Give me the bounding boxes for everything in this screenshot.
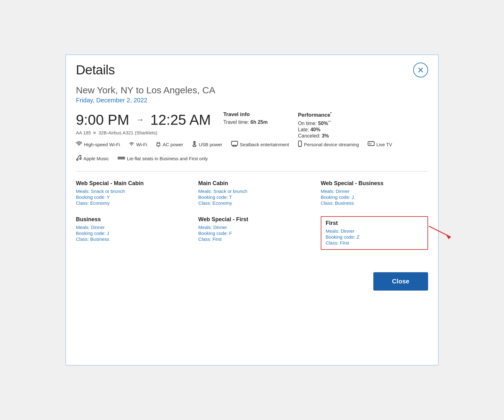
flight-date: Friday, December 2, 2022 [76,97,428,104]
fare-class: Class: Economy [198,200,306,206]
svg-point-21 [80,158,81,159]
amenity-personal-device-label: Personal device streaming [304,142,359,147]
tv-icon: TV [368,141,375,148]
travel-time-value: Travel time: 6h 25m [223,119,286,125]
fare-class: Class: Business [76,236,183,242]
fare-name: First [326,220,423,226]
time-display: 9:00 PM → 12:25 AM [76,111,211,128]
travel-info-label: Travel info [223,111,286,118]
svg-rect-10 [193,145,196,147]
fare-name: Web Special - First [198,216,306,223]
svg-rect-11 [231,141,238,145]
fare-class: Class: Business [321,200,428,206]
flight-number: AA 185 [76,130,91,135]
depart-time: 9:00 PM [76,111,129,128]
close-x-button[interactable] [413,63,428,77]
fare-meals: Meals: Snack or brunch [198,189,306,194]
fare-grid: Web Special - Main CabinMeals: Snack or … [76,180,428,250]
fare-booking: Booking code: Z [326,234,423,240]
on-time-value: 50% [318,121,328,126]
canceled-row: Canceled: 3% [298,133,360,139]
amenity-usb-power: USB power [192,141,222,148]
fare-meals: Meals: Dinner [198,225,306,230]
performance-label: Performance* [298,111,360,118]
modal-header: Details [66,55,438,82]
usb-icon [192,141,197,148]
amenity-wifi-label: Wi-Fi [136,142,147,147]
route-text: New York, NY to Los Angeles, CA [76,85,428,96]
details-modal: Details New York, NY to Los Angeles, CA … [65,54,439,366]
canceled-value: 3% [322,133,329,138]
fare-name: Business [76,216,183,223]
svg-rect-4 [157,143,160,146]
fare-booking: Booking code: J [76,231,183,236]
fare-meals: Meals: Snack or brunch [76,189,183,194]
svg-point-20 [77,159,78,160]
amenity-high-speed-wifi-label: High-speed Wi-Fi [84,142,120,147]
amenity-ac-power-label: AC power [163,142,183,147]
fare-card: BusinessMeals: DinnerBooking code: JClas… [76,216,183,250]
fare-name: Web Special - Business [321,180,428,187]
fare-class: Class: First [326,240,423,245]
phone-icon [298,141,302,148]
amenity-high-speed-wifi: High-speed Wi-Fi [76,141,120,148]
amenity-lie-flat-label: Lie-flat seats in Business and First onl… [127,156,208,161]
fare-booking: Booking code: T [198,194,306,200]
amenity-live-tv-label: Live TV [376,142,392,147]
fare-name: Web Special - Main Cabin [76,180,183,187]
modal-title: Details [76,63,115,77]
music-icon [76,155,82,162]
amenity-usb-power-label: USB power [199,142,222,147]
modal-footer: Close [66,272,438,301]
svg-point-3 [131,145,132,146]
svg-point-16 [300,146,300,146]
fare-booking: Booking code: F [198,231,306,236]
travel-info-section: Travel info Travel time: 6h 25m [223,111,286,125]
performance-section: Performance* On time: 50%** Late: 40% Ca… [298,111,360,139]
wifi-icon [129,141,134,147]
amenity-apple-music-label: Apple Music [83,156,109,161]
fare-meals: Meals: Dinner [326,228,423,234]
modal-body: New York, NY to Los Angeles, CA Friday, … [66,85,438,272]
amenity-seatback-label: Seatback entertainment [240,142,289,147]
svg-line-25 [429,226,451,237]
lieflat-icon [118,155,125,161]
late-value: 40% [310,127,320,132]
seatback-icon [231,141,238,148]
time-section: 9:00 PM → 12:25 AM AA 185 32B-Airbus A32… [76,111,211,135]
svg-point-2 [79,145,79,146]
section-divider [76,171,428,171]
arrive-time: 12:25 AM [150,111,211,128]
fare-booking: Booking code: J [321,194,428,200]
flight-meta-row: 9:00 PM → 12:25 AM AA 185 32B-Airbus A32… [76,111,428,139]
fare-card: Web Special - FirstMeals: DinnerBooking … [198,216,306,250]
aircraft-info: 32B-Airbus A321 (Sharklets) [98,130,157,135]
close-button[interactable]: Close [373,272,428,291]
amenity-lie-flat: Lie-flat seats in Business and First onl… [118,155,208,161]
arrow-annotation [427,223,455,243]
fare-name: Main Cabin [198,180,306,187]
fare-meals: Meals: Dinner [76,225,183,230]
amenity-live-tv: TV Live TV [368,141,392,148]
amenity-seatback: Seatback entertainment [231,141,289,148]
fare-card: FirstMeals: DinnerBooking code: ZClass: … [321,216,428,250]
fare-meals: Meals: Dinner [321,189,428,194]
wifi-high-icon [76,141,82,148]
late-row: Late: 40% [298,127,360,133]
flight-sub-info: AA 185 32B-Airbus A321 (Sharklets) [76,130,211,135]
amenity-wifi: Wi-Fi [129,141,147,147]
arrow-icon: → [135,115,144,125]
fare-booking: Booking code: Y [76,194,183,200]
amenities-row: High-speed Wi-Fi Wi-Fi [76,141,428,162]
power-icon [156,141,161,148]
fare-card: Web Special - Main CabinMeals: Snack or … [76,180,183,206]
fare-class: Class: First [198,236,306,242]
fare-card: Web Special - BusinessMeals: DinnerBooki… [321,180,428,206]
amenity-personal-device: Personal device streaming [298,141,359,148]
on-time-row: On time: 50%** [298,120,360,126]
fare-class: Class: Economy [76,200,183,206]
travel-time: 6h 25m [250,119,268,125]
svg-text:TV: TV [369,143,371,145]
amenity-apple-music: Apple Music [76,155,109,162]
dot-separator [93,132,96,134]
